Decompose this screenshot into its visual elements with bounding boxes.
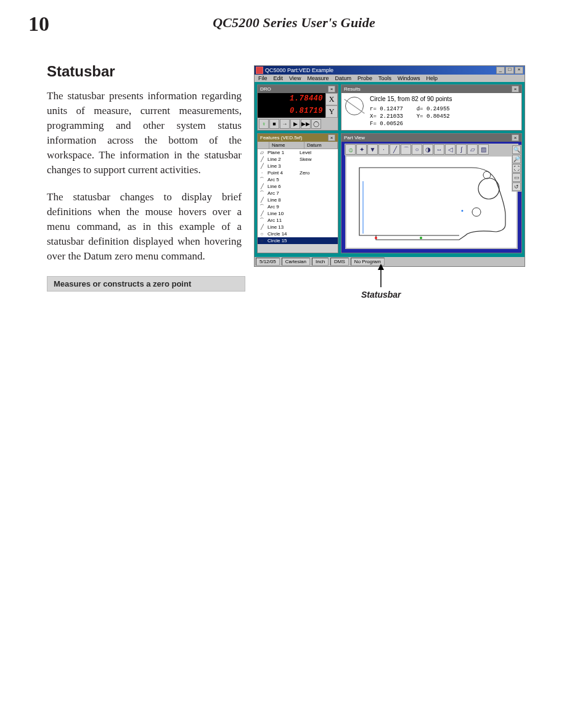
zoom-window-icon[interactable]: ▭ <box>512 173 521 182</box>
dro-y-axis-button[interactable]: Y <box>325 105 338 118</box>
pv-compass-icon[interactable]: ✦ <box>356 144 367 155</box>
results-r: r= 0.12477 <box>370 105 406 113</box>
feature-datum <box>300 183 338 190</box>
pv-point-icon[interactable]: · <box>378 144 389 155</box>
feature-row[interactable]: ▱Plane 1Level <box>258 149 338 156</box>
guide-title: QC5200 Series User's Guide <box>47 15 541 31</box>
partview-title: Part View <box>344 135 365 141</box>
feature-name: Plane 1 <box>266 149 300 156</box>
feature-name: Circle 15 <box>266 237 300 244</box>
feature-row[interactable]: ⌒Arc 7 <box>258 190 338 197</box>
dro-close-icon[interactable]: × <box>328 86 335 92</box>
pv-slot-icon[interactable]: ◑ <box>423 144 433 155</box>
features-col-datum[interactable]: Datum <box>304 142 338 149</box>
pv-angle-icon[interactable]: ◁ <box>445 144 455 155</box>
feature-type-icon: ╱ <box>258 197 266 203</box>
feature-row[interactable]: ╱Line 13 <box>258 224 338 231</box>
feature-datum: Level <box>300 149 338 156</box>
partview-toolbar: ⦶ ✦ ▼ · ╱ ⌒ ○ ◑ ↔ ◁ <box>343 144 520 155</box>
section-title: Statusbar <box>47 63 242 80</box>
feature-name: Point 4 <box>266 169 300 176</box>
close-button[interactable]: × <box>515 67 523 74</box>
features-panel-title: Features (VED.5xf) <box>260 135 302 141</box>
zoom-reset-icon[interactable]: ↺ <box>512 182 521 191</box>
window-title: QC5000 Part:VED Example <box>265 67 333 73</box>
feature-name: Line 2 <box>266 156 300 163</box>
results-close-icon[interactable]: × <box>512 86 519 92</box>
window-titlebar: QC5000 Part:VED Example _ □ × <box>255 66 525 75</box>
feature-name: Arc 5 <box>266 176 300 183</box>
pv-tool-icon[interactable]: ⦶ <box>345 144 356 155</box>
feature-row[interactable]: ⌒Arc 5 <box>258 176 338 183</box>
partview-canvas[interactable] <box>346 157 517 248</box>
menu-view[interactable]: View <box>289 75 301 81</box>
dro-target-icon[interactable]: ◯ <box>311 119 321 129</box>
feature-type-icon: · <box>258 169 266 176</box>
pv-curve-icon[interactable]: ∫ <box>456 144 467 155</box>
feature-type-icon: ⌒ <box>258 217 266 224</box>
feature-row[interactable]: ╱Line 10 <box>258 210 338 217</box>
status-angle-unit[interactable]: DMS <box>330 258 349 266</box>
paragraph-2: The statusbar changes to display brief d… <box>47 190 242 264</box>
status-coord-system[interactable]: Cartesian <box>282 258 310 266</box>
svg-point-3 <box>462 210 463 212</box>
dro-toolbar: ♀ ■ → ▶ ▶▶ ◯ <box>258 118 338 130</box>
partview-panel: Part View× ⦶ ✦ ▼ · ╱ ⌒ ○ <box>341 133 522 253</box>
feature-type-icon: ○ <box>258 237 266 244</box>
feature-datum <box>300 203 338 210</box>
pv-arc-icon[interactable]: ⌒ <box>401 144 411 155</box>
menu-file[interactable]: File <box>258 75 267 81</box>
features-col-name[interactable]: Name <box>269 142 304 149</box>
feature-row[interactable]: ·Point 4Zero <box>258 169 338 176</box>
svg-marker-9 <box>378 264 384 270</box>
menu-measure[interactable]: Measure <box>307 75 329 81</box>
dro-play-icon[interactable]: ▶ <box>290 119 300 129</box>
pv-circle-icon[interactable]: ○ <box>412 144 422 155</box>
feature-datum <box>300 210 338 217</box>
app-icon <box>256 67 263 74</box>
menu-tools[interactable]: Tools <box>378 75 391 81</box>
partview-close-icon[interactable]: × <box>512 134 519 141</box>
zoom-in-icon[interactable]: 🔍 <box>512 145 521 154</box>
annotation-label: Statusbar <box>361 290 401 300</box>
feature-datum <box>300 197 338 203</box>
dro-y-value: 0.81719 <box>258 105 325 118</box>
pv-plane-icon[interactable]: ▱ <box>467 144 478 155</box>
menu-windows[interactable]: Windows <box>398 75 420 81</box>
status-unit[interactable]: Inch <box>312 258 329 266</box>
features-close-icon[interactable]: × <box>328 134 335 141</box>
feature-row[interactable]: ╱Line 8 <box>258 197 338 203</box>
dro-stop-icon[interactable]: ■ <box>269 119 279 129</box>
menu-probe[interactable]: Probe <box>357 75 372 81</box>
menu-datum[interactable]: Datum <box>335 75 351 81</box>
dro-tool-icon[interactable]: ♀ <box>259 119 269 129</box>
results-y: Y= 0.80452 <box>417 113 452 120</box>
feature-datum <box>300 163 338 169</box>
feature-row[interactable]: ╱Line 6 <box>258 183 338 190</box>
pv-flag-icon[interactable]: ▼ <box>367 144 378 155</box>
pv-misc-icon[interactable]: ▨ <box>478 144 489 155</box>
feature-row[interactable]: ○Circle 15 <box>258 237 338 244</box>
pv-dist-icon[interactable]: ↔ <box>434 144 444 155</box>
feature-row[interactable]: ⌒Arc 11 <box>258 217 338 224</box>
feature-type-icon: ╱ <box>258 156 266 163</box>
status-date[interactable]: 5/12/05 <box>256 258 280 266</box>
feature-row[interactable]: ○Circle 14 <box>258 231 338 237</box>
feature-row[interactable]: ⌒Arc 9 <box>258 203 338 210</box>
menubar: FileEditViewMeasureDatumProbeToolsWindow… <box>255 75 525 82</box>
feature-row[interactable]: ╱Line 3 <box>258 163 338 169</box>
menu-help[interactable]: Help <box>426 75 438 81</box>
feature-row[interactable]: ╱Line 2Skew <box>258 156 338 163</box>
feature-type-icon: ⌒ <box>258 176 266 183</box>
zoom-out-icon[interactable]: 🔎 <box>512 155 521 163</box>
dro-fast-icon[interactable]: ▶▶ <box>301 119 311 129</box>
pv-line-icon[interactable]: ╱ <box>390 144 400 155</box>
maximize-button[interactable]: □ <box>505 67 514 74</box>
menu-edit[interactable]: Edit <box>274 75 284 81</box>
zoom-fit-icon[interactable]: ⛶ <box>512 164 521 173</box>
arrow-icon <box>377 264 385 288</box>
feature-type-icon: ▱ <box>258 149 266 156</box>
dro-next-icon[interactable]: → <box>280 119 290 129</box>
dro-x-axis-button[interactable]: X <box>325 93 338 105</box>
minimize-button[interactable]: _ <box>496 67 505 74</box>
